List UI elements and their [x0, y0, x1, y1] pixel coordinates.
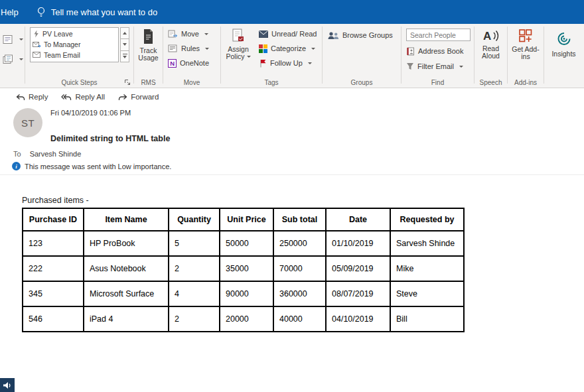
group-label-addins: Add-ins [508, 79, 543, 86]
forward-label: Forward [131, 93, 159, 101]
read-aloud-button[interactable]: A Read Aloud [475, 25, 506, 60]
cell-quantity: 4 [169, 281, 220, 306]
move-label: Move [181, 30, 199, 38]
cell-requested-by: Sarvesh Shinde [390, 231, 464, 256]
read-aloud-label: Read Aloud [480, 45, 502, 60]
filter-email-label: Filter Email [417, 62, 454, 70]
track-usage-icon [141, 29, 155, 44]
cell-purchase-id: 222 [23, 256, 84, 281]
cell-sub-total: 250000 [273, 231, 326, 256]
reading-pane: Reply Reply All Forward ST Fri 04/10/201… [0, 88, 584, 392]
dropdown-caret-icon [19, 38, 23, 40]
onenote-icon: N [168, 59, 177, 68]
group-divider [220, 27, 221, 84]
get-addins-button[interactable]: Get Add-ins [508, 25, 543, 60]
group-divider [133, 27, 134, 84]
speaker-taskbar-chip[interactable] [0, 378, 15, 392]
cell-item-name: Asus Notebook [84, 256, 169, 281]
svg-text:A: A [483, 30, 491, 42]
table-header-row: Purchase ID Item Name Quantity Unit Pric… [23, 208, 464, 231]
follow-up-flag-icon [259, 59, 267, 68]
get-addins-label: Get Add-ins [511, 46, 540, 60]
ribbon-group-groups: Browse Groups Groups [323, 24, 400, 88]
unread-read-button[interactable]: Unread/ Read [255, 27, 321, 41]
sender-avatar[interactable]: ST [13, 108, 42, 137]
assign-policy-icon [232, 29, 245, 43]
quick-steps-scrollbar [120, 27, 129, 62]
col-header-quantity: Quantity [169, 208, 220, 231]
cell-sub-total: 360000 [273, 281, 326, 306]
categorize-button[interactable]: Categorize [255, 41, 321, 56]
search-people-input[interactable] [406, 29, 471, 41]
clipped-ribbon-button-top[interactable] [0, 31, 24, 48]
forward-button[interactable]: Forward [118, 93, 159, 101]
ribbon: PV Leave To Manager Team Email [0, 24, 584, 88]
cell-unit-price: 20000 [220, 306, 273, 332]
insights-label: Insights [551, 50, 575, 58]
quick-steps-scroll-up-button[interactable] [120, 27, 129, 39]
col-header-date: Date [326, 208, 390, 231]
rules-button[interactable]: Rules [164, 41, 220, 56]
quick-step-to-manager[interactable]: To Manager [31, 39, 118, 50]
browse-groups-label: Browse Groups [342, 31, 393, 39]
reply-all-button[interactable]: Reply All [61, 93, 105, 101]
quick-steps-more-button[interactable] [120, 51, 129, 62]
recipient-name[interactable]: Sarvesh Shinde [30, 150, 82, 158]
clipped-ribbon-button-bottom[interactable] [0, 50, 24, 68]
importance-banner-text: This message was sent with Low importanc… [25, 163, 171, 170]
quick-step-team-email[interactable]: Team Email [31, 50, 118, 60]
purchased-items-table-wrapper: Purchase ID Item Name Quantity Unit Pric… [22, 208, 465, 332]
ribbon-group-quick-steps: PV Leave To Manager Team Email [26, 24, 133, 88]
move-button[interactable]: Move [164, 27, 220, 41]
dropdown-caret-icon [247, 56, 251, 58]
triangle-up-icon [123, 32, 127, 34]
reply-all-label: Reply All [75, 93, 105, 101]
address-book-button[interactable]: Address Book [402, 44, 473, 58]
message-actions: Reply Reply All Forward [16, 93, 159, 101]
reply-button[interactable]: Reply [16, 93, 48, 101]
cell-purchase-id: 345 [23, 281, 84, 306]
rules-label: Rules [181, 44, 200, 52]
group-label-move: Move [164, 79, 220, 86]
col-header-unit-price: Unit Price [220, 208, 273, 231]
quick-steps-dialog-launcher-icon[interactable] [124, 79, 131, 86]
dropdown-caret-icon [19, 58, 23, 60]
group-label-tags: Tags [222, 79, 321, 86]
ribbon-tab-help[interactable]: Help [1, 7, 19, 17]
quick-step-label: PV Leave [42, 30, 73, 38]
quick-step-pv-leave[interactable]: PV Leave [31, 29, 118, 39]
forward-arrow-icon [118, 94, 127, 101]
envelope-icon [33, 52, 41, 58]
outlook-window: Help Tell me what you want to do [0, 0, 584, 392]
group-divider [163, 27, 163, 84]
group-label-speech: Speech [475, 79, 506, 86]
follow-up-button[interactable]: Follow Up [255, 56, 321, 70]
group-divider [507, 27, 508, 84]
recipient-row: To Sarvesh Shinde [13, 150, 81, 158]
dropdown-caret-icon [205, 48, 209, 50]
track-usage-label: Track Usage [136, 47, 161, 62]
tell-me-box[interactable]: Tell me what you want to do [37, 7, 157, 18]
cell-purchase-id: 546 [23, 306, 84, 332]
lightning-icon [33, 30, 40, 38]
tell-me-label: Tell me what you want to do [51, 7, 157, 17]
message-body-intro: Purchased items - [22, 196, 89, 205]
onenote-button[interactable]: N OneNote [164, 56, 220, 70]
quick-steps-scroll-down-button[interactable] [120, 39, 129, 50]
cell-sub-total: 70000 [273, 256, 326, 281]
insights-button[interactable]: Insights [545, 25, 583, 58]
assign-policy-button[interactable]: Assign Policy [223, 25, 254, 60]
browse-groups-button[interactable]: Browse Groups [323, 28, 400, 42]
people-group-icon [327, 31, 339, 40]
group-divider [25, 27, 25, 84]
track-usage-button[interactable]: Track Usage [135, 25, 162, 62]
categorize-colors-icon [259, 44, 267, 53]
unread-read-label: Unread/ Read [271, 30, 317, 38]
envelope-arrow-icon [33, 41, 41, 48]
cell-date: 05/09/2019 [326, 256, 390, 281]
cell-unit-price: 50000 [220, 231, 273, 256]
cell-date: 08/07/2019 [326, 281, 390, 306]
filter-email-button[interactable]: Filter Email [402, 59, 473, 74]
address-book-label: Address Book [418, 47, 463, 55]
address-book-icon [406, 47, 415, 56]
